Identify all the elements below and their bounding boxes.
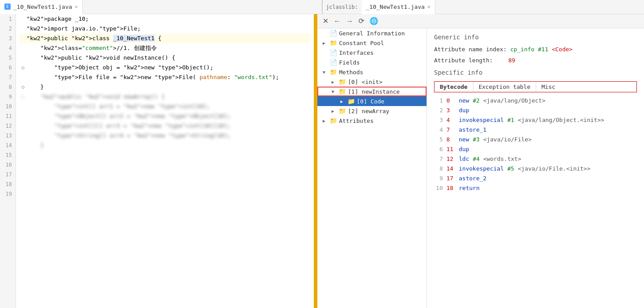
back-button[interactable]: ← [332, 16, 343, 26]
tree-item-code[interactable]: ▶📁[0] Code [317, 96, 427, 106]
line-numbers: 12345678910111213141516171819 [0, 14, 16, 308]
bc-comment: <java/lang/Object> [483, 96, 545, 106]
generic-info-title: Generic info [434, 34, 637, 41]
tree-item-label: General Information [339, 30, 405, 37]
attr-name-row: Attribute name index: cp_info #11 <Code> [434, 46, 637, 53]
tree-item-constant-pool[interactable]: ▶📁Constant Pool [317, 38, 427, 48]
right-tab-java[interactable]: _10_NewTest1.java ✕ [362, 0, 435, 14]
tree-item-label: Methods [339, 69, 363, 76]
globe-button[interactable]: 🌐 [368, 16, 380, 26]
code-line: "kw2">public "kw2">class _10_NewTest1 { [19, 34, 310, 43]
tree-item-label: Attributes [339, 118, 373, 124]
attr-length-row: Attribute length: 89 [434, 57, 637, 64]
tree-item-label: [0] <init> [348, 79, 382, 85]
bytecode-line: 814invokespecial#5<java/io/File.<init>> [434, 164, 637, 174]
code-line: ◇ "kw2">public "kw2">void newArray() { [19, 92, 310, 102]
bc-offset: 17 [446, 174, 455, 183]
bytecode-content: 10new#2<java/lang/Object>23dup34invokesp… [434, 96, 637, 193]
tree-item-general-info[interactable]: 📄General Information [317, 28, 427, 38]
gutter-icon: ◇ [19, 63, 27, 72]
folder-icon: 📁 [330, 117, 337, 124]
bc-instruction: dup [459, 106, 469, 115]
code-content[interactable]: "kw2">package _10;"kw2">import java.io."… [16, 14, 314, 308]
tree-chevron-icon: ▶ [332, 80, 337, 84]
bytecode-line: 10new#2<java/lang/Object> [434, 96, 637, 106]
code-line: "kw2">package _10; [19, 14, 310, 24]
specific-info-title: Specific info [434, 69, 637, 76]
bc-comment: <words.txt> [483, 154, 521, 164]
attr-name-label: Attribute name index: [434, 46, 507, 53]
bc-instruction: new [459, 135, 469, 144]
tree-item-label: Interfaces [339, 49, 373, 56]
bc-instruction: invokespecial [459, 164, 504, 174]
tree-item-attributes[interactable]: ▶📁Attributes [317, 116, 427, 125]
tree-item-label: [1] newInstance [348, 88, 400, 95]
folder-icon: 📁 [339, 107, 346, 114]
jclasslib-body: 📄General Information▶📁Constant Pool📄Inte… [317, 28, 644, 308]
file-icon: 📄 [330, 30, 337, 37]
bytecode-line: 23dup [434, 106, 637, 115]
bc-offset: 14 [446, 164, 455, 174]
bc-offset: 11 [446, 144, 455, 154]
attr-length-value: 89 [508, 57, 515, 64]
bytecode-line: 47astore_1 [434, 125, 637, 135]
bc-linenum: 8 [434, 164, 443, 174]
code-panel: 12345678910111213141516171819 "kw2">pack… [0, 14, 317, 308]
tree-item-method-newArray[interactable]: ▶📁[2] newArray [317, 106, 427, 116]
bc-offset: 12 [446, 154, 455, 164]
tree-item-fields[interactable]: 📄Fields [317, 57, 427, 67]
right-tab-close[interactable]: ✕ [427, 4, 431, 10]
folder-icon: 📁 [330, 39, 337, 46]
bytecode-line: 1018return [434, 183, 637, 193]
code-line: } [19, 141, 310, 150]
bc-ref: #2 [473, 96, 480, 106]
bytecode-tab-bytecode[interactable]: Bytecode [434, 82, 473, 92]
left-tab-close[interactable]: ✕ [75, 4, 78, 10]
bc-instruction: return [459, 183, 480, 193]
bc-offset: 7 [446, 125, 455, 135]
refresh-button[interactable]: ⟳ [357, 16, 366, 26]
tree-chevron-icon: ▼ [332, 89, 337, 94]
tree-item-interfaces[interactable]: 📄Interfaces [317, 48, 427, 57]
folder-icon: 📁 [339, 88, 346, 95]
bytecode-tab-misc[interactable]: Misc [536, 82, 560, 92]
bc-offset: 8 [446, 135, 455, 144]
bc-offset: 18 [446, 183, 455, 193]
tree-item-method-newInstance[interactable]: ▼📁[1] newInstance [317, 87, 427, 96]
bc-linenum: 9 [434, 174, 443, 183]
tab-bar: C _10_NewTest1.java ✕ jclasslib: _10_New… [0, 0, 644, 14]
bc-instruction: new [459, 96, 469, 106]
bytecode-line: 611dup [434, 144, 637, 154]
code-area: 12345678910111213141516171819 "kw2">pack… [0, 14, 316, 308]
code-line: "kw2">public "kw2">void newInstance() { [19, 53, 310, 63]
bc-instruction: astore_1 [459, 125, 487, 135]
code-line: "type">int[] arr1 = "kw2">new "type">int… [19, 102, 310, 111]
jclasslib-prefix: jclasslib: [323, 0, 362, 14]
gutter-icon: ◇ [19, 82, 27, 92]
bc-ref: #5 [507, 164, 514, 174]
attr-name-value-red: <Code> [552, 46, 572, 53]
bytecode-line: 712ldc#4<words.txt> [434, 154, 637, 164]
bc-offset: 3 [446, 106, 455, 115]
code-line: ◇ } [19, 82, 310, 92]
code-line: "type">String[] arr4 = "kw2">new "type">… [19, 131, 310, 141]
tree-item-method-init[interactable]: ▶📁[0] <init> [317, 77, 427, 87]
tree-item-label: [0] Code [357, 98, 385, 105]
bytecode-tab-exception-table[interactable]: Exception table [473, 82, 536, 92]
bc-linenum: 6 [434, 144, 443, 154]
tree-panel: 📄General Information▶📁Constant Pool📄Inte… [317, 28, 427, 308]
tree-item-label: Constant Pool [339, 40, 384, 46]
bc-linenum: 2 [434, 106, 443, 115]
code-line: "type">Object[] arr2 = "kw2">new "type">… [19, 111, 310, 121]
bc-ref: #1 [507, 115, 514, 125]
forward-button[interactable]: → [344, 16, 355, 26]
close-button[interactable]: ✕ [321, 16, 330, 26]
tree-chevron-icon: ▼ [323, 70, 328, 75]
main-area: 12345678910111213141516171819 "kw2">pack… [0, 14, 644, 308]
left-tab-java[interactable]: C _10_NewTest1.java ✕ [0, 0, 83, 14]
file-icon: 📄 [330, 49, 337, 56]
info-panel: Generic info Attribute name index: cp_in… [427, 28, 644, 308]
tree-item-methods[interactable]: ▼📁Methods [317, 67, 427, 77]
bc-instruction: dup [459, 144, 469, 154]
tree-chevron-icon: ▶ [332, 109, 337, 114]
